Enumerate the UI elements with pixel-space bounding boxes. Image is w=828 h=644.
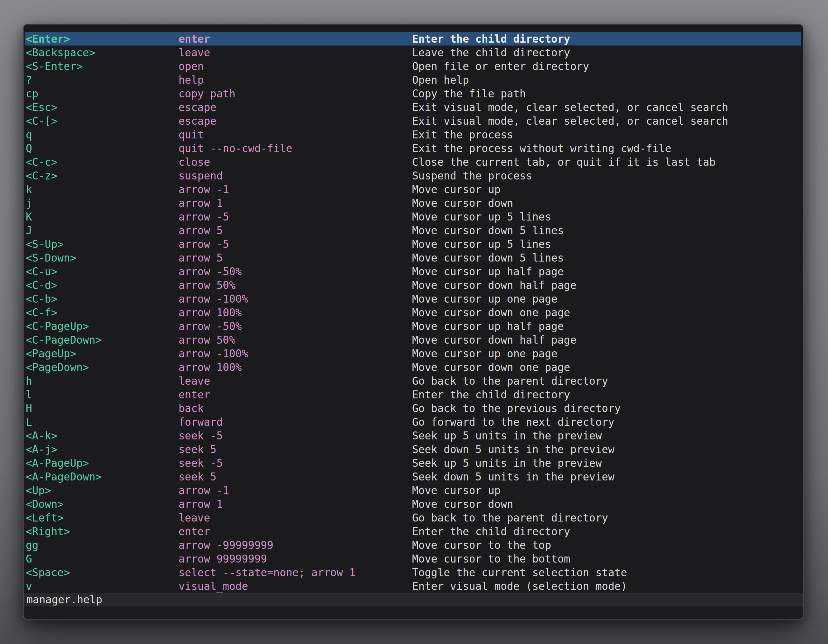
description-cell: Move cursor down <box>412 197 513 209</box>
key-cell: K <box>26 210 32 223</box>
command-cell: arrow -100% <box>179 347 248 360</box>
help-row[interactable]: <Down> arrow 1 Move cursor down <box>25 497 801 511</box>
description-cell: Exit the process without writing cwd-fil… <box>412 142 671 154</box>
description-cell: Move cursor up 5 lines <box>412 238 551 250</box>
help-row[interactable]: H back Go back to the previous directory <box>25 401 801 415</box>
description-cell: Seek down 5 units in the preview <box>412 470 615 483</box>
description-cell: Go forward to the next directory <box>412 415 615 428</box>
help-row[interactable]: cp copy path Copy the file path <box>25 86 801 100</box>
key-cell: <C-d> <box>26 279 57 291</box>
help-row[interactable]: q quit Exit the process <box>25 128 801 141</box>
help-list: <Enter> enter Enter the child directory … <box>25 32 801 593</box>
command-cell: arrow -1 <box>179 484 229 497</box>
description-cell: Open help <box>412 74 469 86</box>
help-row[interactable]: <C-u> arrow -50% Move cursor up half pag… <box>25 265 801 278</box>
help-row[interactable]: ? help Open help <box>25 73 801 86</box>
description-cell: Suspend the process <box>412 169 532 182</box>
help-row[interactable]: h leave Go back to the parent directory <box>25 374 801 387</box>
command-cell: enter <box>179 525 210 537</box>
help-row[interactable]: <C-f> arrow 100% Move cursor down one pa… <box>25 306 801 319</box>
description-cell: Move cursor up 5 lines <box>412 210 551 223</box>
command-cell: arrow 1 <box>179 498 223 510</box>
help-row[interactable]: L forward Go forward to the next directo… <box>25 415 801 429</box>
key-cell: <C-f> <box>26 306 57 318</box>
description-cell: Move cursor down one page <box>412 361 570 373</box>
help-row[interactable]: <Left> leave Go back to the parent direc… <box>25 511 801 524</box>
key-cell: <Up> <box>26 484 51 497</box>
key-cell: h <box>26 374 32 387</box>
help-row[interactable]: <Up> arrow -1 Move cursor up <box>25 483 801 497</box>
key-cell: l <box>26 388 32 401</box>
command-cell: leave <box>179 511 210 524</box>
help-row[interactable]: <Esc> escape Exit visual mode, clear sel… <box>25 100 801 114</box>
key-cell: j <box>26 197 32 209</box>
help-row[interactable]: <S-Enter> open Open file or enter direct… <box>25 59 801 73</box>
help-row[interactable]: l enter Enter the child directory <box>25 387 801 401</box>
description-cell: Move cursor up half page <box>412 320 564 332</box>
description-cell: Go back to the parent directory <box>412 374 608 387</box>
description-cell: Close the current tab, or quit if it is … <box>412 155 716 168</box>
key-cell: H <box>26 402 32 414</box>
help-row[interactable]: gg arrow -99999999 Move cursor to the to… <box>25 538 801 552</box>
help-row[interactable]: <C-z> suspend Suspend the process <box>25 169 801 182</box>
description-cell: Move cursor up half page <box>412 265 564 277</box>
description-cell: Move cursor down half page <box>412 334 577 346</box>
key-cell: v <box>26 580 32 592</box>
help-row[interactable]: <Right> enter Enter the child directory <box>25 524 801 538</box>
help-row[interactable]: <Space> select --state=none; arrow 1 Tog… <box>25 566 801 579</box>
help-row[interactable]: G arrow 99999999 Move cursor to the bott… <box>25 552 801 566</box>
help-row[interactable]: j arrow 1 Move cursor down <box>25 196 801 210</box>
description-cell: Seek up 5 units in the preview <box>412 457 602 469</box>
command-cell: close <box>179 155 210 168</box>
help-row[interactable]: Q quit --no-cwd-file Exit the process wi… <box>25 141 801 155</box>
help-row[interactable]: <C-PageDown> arrow 50% Move cursor down … <box>25 333 801 346</box>
key-cell: <A-PageDown> <box>26 470 102 483</box>
help-row[interactable]: <C-PageUp> arrow -50% Move cursor up hal… <box>25 319 801 333</box>
key-cell: <C-b> <box>26 292 57 305</box>
key-cell: <C-u> <box>26 265 57 277</box>
command-cell: enter <box>179 388 210 401</box>
help-row[interactable]: <A-k> seek -5 Seek up 5 units in the pre… <box>25 429 801 442</box>
key-cell: <A-j> <box>26 443 57 455</box>
command-cell: arrow 99999999 <box>179 552 267 565</box>
description-cell: Go back to the parent directory <box>412 511 608 524</box>
description-cell: Exit visual mode, clear selected, or can… <box>412 114 728 127</box>
command-cell: arrow 100% <box>179 306 242 318</box>
help-row[interactable]: <C-[> escape Exit visual mode, clear sel… <box>25 114 801 128</box>
key-cell: <Left> <box>26 511 64 524</box>
command-cell: quit <box>179 128 204 141</box>
terminal-window[interactable]: <Enter> enter Enter the child directory … <box>23 24 803 619</box>
command-cell: quit --no-cwd-file <box>179 142 292 154</box>
key-cell: <C-c> <box>26 155 57 168</box>
key-cell: <C-PageUp> <box>26 320 89 332</box>
key-cell: <C-[> <box>26 114 57 127</box>
help-row[interactable]: <C-d> arrow 50% Move cursor down half pa… <box>25 278 801 292</box>
description-cell: Leave the child directory <box>412 46 570 58</box>
help-row[interactable]: <A-j> seek 5 Seek down 5 units in the pr… <box>25 442 801 456</box>
description-cell: Move cursor to the top <box>412 539 551 551</box>
key-cell: <Backspace> <box>26 46 96 58</box>
command-cell: arrow -5 <box>179 210 229 223</box>
help-row[interactable]: <A-PageUp> seek -5 Seek up 5 units in th… <box>25 456 801 470</box>
key-cell: <Right> <box>26 525 70 537</box>
help-row[interactable]: <PageUp> arrow -100% Move cursor up one … <box>25 346 801 360</box>
help-row[interactable]: <C-c> close Close the current tab, or qu… <box>25 155 801 169</box>
help-row[interactable]: <Backspace> leave Leave the child direct… <box>25 45 801 59</box>
help-row[interactable]: <C-b> arrow -100% Move cursor up one pag… <box>25 292 801 306</box>
description-cell: Copy the file path <box>412 87 526 100</box>
help-row[interactable]: <A-PageDown> seek 5 Seek down 5 units in… <box>25 470 801 483</box>
help-row[interactable]: <S-Up> arrow -5 Move cursor up 5 lines <box>25 237 801 251</box>
help-row[interactable]: K arrow -5 Move cursor up 5 lines <box>25 210 801 223</box>
description-cell: Enter the child directory <box>412 33 570 45</box>
help-row[interactable]: v visual_mode Enter visual mode (selecti… <box>25 579 801 593</box>
key-cell: L <box>26 415 32 428</box>
help-row[interactable]: <S-Down> arrow 5 Move cursor down 5 line… <box>25 251 801 265</box>
command-cell: arrow 5 <box>179 251 223 264</box>
help-row[interactable]: <PageDown> arrow 100% Move cursor down o… <box>25 360 801 374</box>
help-row-selected[interactable]: <Enter> enter Enter the child directory <box>25 32 801 45</box>
key-cell: cp <box>26 87 39 100</box>
help-row[interactable]: J arrow 5 Move cursor down 5 lines <box>25 223 801 237</box>
command-cell: seek -5 <box>179 429 223 442</box>
key-cell: k <box>26 183 32 195</box>
help-row[interactable]: k arrow -1 Move cursor up <box>25 182 801 196</box>
